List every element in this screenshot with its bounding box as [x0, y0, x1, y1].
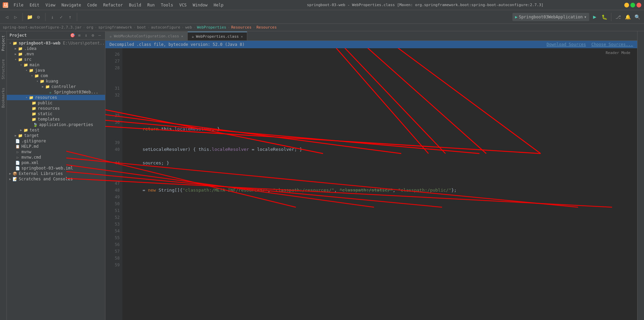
code-line-gap5	[126, 166, 637, 173]
notification-button[interactable]: 🔔	[624, 13, 632, 21]
tree-label-java: java	[35, 68, 45, 73]
tree-item-test[interactable]: ▶ 📁 test	[7, 127, 105, 133]
sidebar-tab-structure[interactable]: Structure	[0, 55, 6, 84]
code-line-28	[126, 65, 637, 71]
folder-icon-target: 📁	[18, 133, 23, 138]
tree-item-mvnw[interactable]: ▷ mvnw	[7, 149, 105, 155]
tree-item-java[interactable]: ▾ 📁 java	[7, 68, 105, 73]
tab-close-webproperties[interactable]: ✕	[241, 35, 243, 38]
mvnw-icon: ▷	[15, 149, 20, 154]
menu-navigate[interactable]: Navigate	[59, 2, 84, 8]
sidebar-tab-project[interactable]: Project	[0, 31, 6, 55]
menu-vcs[interactable]: VCS	[176, 2, 189, 8]
tree-item-helpmd[interactable]: 📋 HELP.md	[7, 144, 105, 149]
menu-code[interactable]: Code	[85, 2, 100, 8]
run-config-dropdown[interactable]: ▶ Springboot03WebApplication ▾	[512, 13, 589, 21]
bc-springframework[interactable]: springframework	[98, 25, 132, 30]
bc-org[interactable]: org	[86, 25, 93, 30]
menu-edit[interactable]: Edit	[27, 2, 42, 8]
run-button[interactable]: ▶	[591, 13, 599, 21]
menu-tools[interactable]: Tools	[158, 2, 176, 8]
tree-item-idea[interactable]: ▶ 📁 .idea	[7, 46, 105, 51]
tree-label-mvnwcmd: mvnw.cmd	[21, 155, 41, 160]
bc-resources2[interactable]: Resources	[256, 25, 277, 30]
bc-autoconfigure[interactable]: autoconfigure	[151, 25, 180, 30]
back-button[interactable]: ◁	[3, 13, 11, 21]
code-area[interactable]: Reader Mode return this.localeResolver; …	[122, 48, 637, 320]
tree-item-templates[interactable]: 📁 templates	[7, 117, 105, 122]
tree-item-target[interactable]: ▶ 📁 target	[7, 133, 105, 138]
tree-label-controller: controller	[51, 84, 76, 89]
tree-label-gitignore: .gitignore	[21, 139, 46, 143]
bc-jar[interactable]: spring-boot-autoconfigure-2.7.3.jar	[3, 25, 82, 30]
tree-label-scratches: Scratches and Consoles	[19, 177, 73, 181]
tree-item-controller[interactable]: ▶ 📁 controller	[7, 84, 105, 89]
folder-icon-java: 📁	[29, 68, 34, 73]
tree-item-gitignore[interactable]: 📄 .gitignore	[7, 138, 105, 144]
menu-run[interactable]: Run	[145, 2, 157, 8]
toolbar-sep-2	[45, 13, 46, 21]
tab-label-webmvc: WebMvcAutoConfiguration.class	[114, 34, 179, 38]
bc-web[interactable]: web	[185, 25, 192, 30]
tree-item-springboot[interactable]: ☕ Springboot03Web...	[7, 89, 105, 95]
java-icon-springboot: ☕	[48, 90, 53, 94]
folder-icon-src: 📁	[18, 57, 23, 62]
vcs-update-button[interactable]: ↓	[48, 13, 56, 21]
gitignore-icon: 📄	[15, 139, 20, 143]
panel-collapse-button[interactable]: ≡	[77, 33, 82, 38]
tree-item-kuang[interactable]: ▾ 📁 kuang	[7, 78, 105, 84]
menu-refactor[interactable]: Refactor	[100, 2, 125, 8]
project-structure-button[interactable]: 📁	[26, 13, 34, 21]
menu-file[interactable]: File	[11, 2, 26, 8]
code-line-49: = new String[]{"classpath:/META-INF/reso…	[126, 187, 637, 194]
bc-boot[interactable]: boot	[137, 25, 146, 30]
tree-item-root[interactable]: ▾ 📁 springboot-03-web E:\Users\potent...	[7, 40, 105, 46]
tree-item-mvnwcmd[interactable]: ▷ mvnw.cmd	[7, 155, 105, 160]
menu-help[interactable]: Help	[211, 2, 226, 8]
forward-button[interactable]: ▷	[12, 13, 20, 21]
tree-item-iml[interactable]: 📄 springboot-03-web.iml	[7, 165, 105, 171]
panel-settings-button[interactable]: ⚙	[90, 33, 96, 38]
tree-item-main[interactable]: ▾ 📁 main	[7, 62, 105, 68]
tab-close-webmvc[interactable]: ✕	[181, 34, 183, 38]
tab-webproperties[interactable]: ☕ WebProperties.class ✕	[188, 32, 248, 40]
vcs-push-button[interactable]: ↑	[66, 13, 74, 21]
choose-sources-link[interactable]: Choose Sources...	[591, 42, 633, 47]
git-button[interactable]: ⎇	[614, 13, 622, 21]
tree-item-resources[interactable]: ▾ 📁 resources	[7, 95, 105, 100]
settings-button[interactable]: ⚙	[34, 13, 43, 21]
tree-item-pomxml[interactable]: 📄 pom.xml	[7, 160, 105, 165]
download-sources-link[interactable]: Download Sources	[547, 42, 586, 47]
tree-item-mvn[interactable]: ▶ 📁 .mvn	[7, 51, 105, 57]
menu-build[interactable]: Build	[126, 2, 144, 8]
menu-view[interactable]: View	[43, 2, 58, 8]
tree-item-resources2[interactable]: 📁 resources	[7, 106, 105, 111]
search-everywhere-button[interactable]: 🔍	[633, 13, 641, 21]
tree-item-scratches[interactable]: ▶ 📝 Scratches and Consoles	[7, 176, 105, 182]
tree-item-com[interactable]: ▾ 📁 com	[7, 73, 105, 78]
tab-webmvc[interactable]: ☕ WebMvcAutoConfiguration.class ✕	[105, 32, 188, 40]
external-icon: 📦	[12, 171, 18, 176]
sidebar-tab-bookmarks[interactable]: Bookmarks	[0, 84, 6, 112]
vcs-commit-button[interactable]: ✓	[57, 13, 65, 21]
panel-locate-button[interactable]: 🎯	[70, 33, 75, 38]
menu-bar: File Edit View Navigate Code Refactor Bu…	[11, 2, 226, 8]
tree-item-application[interactable]: 🍃 application.properties	[7, 122, 105, 127]
debug-button[interactable]: 🐛	[600, 13, 608, 21]
panel-hide-button[interactable]: —	[97, 33, 102, 38]
bc-resources1[interactable]: Resources	[231, 25, 252, 30]
tab-bar: ☕ WebMvcAutoConfiguration.class ✕ ☕ WebP…	[105, 31, 637, 41]
panel-scroll-button[interactable]: ↕	[83, 33, 89, 38]
toolbar-nav: ◁ ▷	[3, 13, 20, 21]
bc-webproperties[interactable]: WebProperties	[197, 25, 226, 30]
close-button[interactable]	[637, 3, 641, 7]
tree-item-src[interactable]: ▾ 📁 src	[7, 57, 105, 62]
tree-item-static[interactable]: 📁 static	[7, 111, 105, 117]
tree-item-external[interactable]: ▶ 📦 External Libraries	[7, 171, 105, 176]
properties-icon: 🍃	[33, 122, 38, 127]
minimize-button[interactable]	[624, 3, 629, 7]
maximize-button[interactable]	[630, 3, 635, 7]
tree-arrow-com: ▾	[30, 74, 34, 77]
menu-window[interactable]: Window	[190, 2, 210, 8]
tree-item-public[interactable]: 📁 public	[7, 100, 105, 106]
